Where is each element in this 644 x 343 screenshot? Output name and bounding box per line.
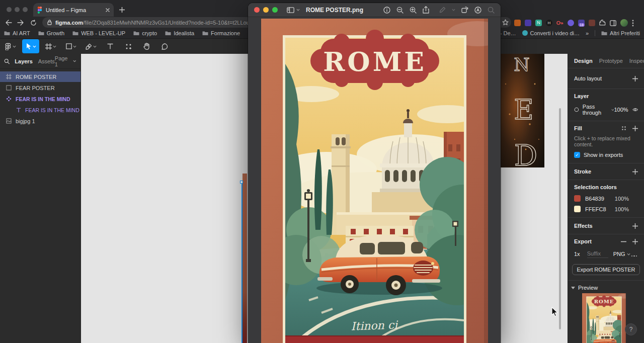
info-icon[interactable] <box>383 7 390 14</box>
bookmark-item[interactable]: AI ART <box>4 30 30 36</box>
color-swatch[interactable] <box>574 206 581 212</box>
window-minimize-button[interactable] <box>263 7 269 13</box>
extension-icon-orange[interactable] <box>514 20 521 26</box>
color-hex[interactable]: B64839 <box>585 196 604 202</box>
search-icon[interactable] <box>488 7 495 14</box>
bookmark-item-partial[interactable]: - De… <box>500 30 516 36</box>
export-format-select[interactable]: PNG <box>613 251 631 257</box>
profile-avatar[interactable] <box>620 19 628 27</box>
page-selector[interactable]: Page 1 <box>55 55 76 67</box>
layer-row-fear-text[interactable]: FEAR IS IN THE MIND <box>0 105 80 115</box>
selection-color-row[interactable]: B64839 100% <box>574 195 638 202</box>
layer-row-fear-poster[interactable]: FEAR POSTER <box>0 82 80 93</box>
tab-design[interactable]: Design <box>574 58 593 64</box>
preview-titlebar[interactable]: ROME POSTER.png <box>248 3 501 17</box>
text-tool[interactable] <box>103 39 118 53</box>
annotate-icon[interactable] <box>474 7 481 14</box>
reload-icon[interactable] <box>30 20 37 26</box>
fear-poster-frame[interactable]: N E D <box>500 54 544 167</box>
show-in-exports-checkbox[interactable]: ✓ <box>574 152 580 158</box>
extension-icon-maroon[interactable] <box>589 20 595 26</box>
hand-tool[interactable] <box>139 39 154 53</box>
add-auto-layout-icon[interactable] <box>632 76 638 81</box>
resources-tool[interactable] <box>121 39 136 53</box>
markup-pen-icon[interactable] <box>439 7 446 13</box>
blend-mode-icon[interactable] <box>574 107 579 113</box>
extensions-puzzle-icon[interactable] <box>599 20 606 26</box>
export-button[interactable]: Export ROME POSTER <box>572 264 640 275</box>
color-swatch[interactable] <box>574 195 581 202</box>
forward-icon[interactable] <box>17 20 24 26</box>
sidepanel-icon[interactable] <box>610 20 616 26</box>
export-scale[interactable]: 1x <box>574 251 580 257</box>
layer-opacity[interactable]: 100% <box>614 107 628 113</box>
sidebar-toggle-icon[interactable] <box>287 7 294 13</box>
bookmark-item[interactable]: Formazione <box>202 30 240 36</box>
bookmark-item-altri[interactable]: Altri Preferiti <box>601 30 640 36</box>
move-tool[interactable] <box>22 39 39 53</box>
extension-icon-h[interactable]: H <box>546 20 552 26</box>
add-stroke-icon[interactable] <box>632 169 638 175</box>
export-suffix-field[interactable]: Suffix <box>587 250 608 258</box>
selection-color-row[interactable]: FFEFC8 100% <box>574 206 638 212</box>
browser-tab[interactable]: Untitled – Figma <box>33 3 114 17</box>
preview-section-header[interactable]: Preview <box>571 285 641 291</box>
share-icon[interactable] <box>423 6 429 14</box>
canvas-scrollbar[interactable] <box>559 108 561 329</box>
extension-icon-purple[interactable] <box>525 20 531 26</box>
markup-chevron-icon[interactable] <box>452 9 455 11</box>
tab-assets[interactable]: Assets <box>38 58 55 64</box>
frame-tool[interactable] <box>42 39 59 53</box>
selection-handle[interactable] <box>240 181 243 184</box>
browser-minimize-button[interactable] <box>15 7 20 12</box>
layer-row-rome-poster[interactable]: ROME POSTER <box>0 71 80 82</box>
tab-prototype[interactable]: Prototype <box>599 58 623 64</box>
add-export-icon[interactable] <box>632 239 638 244</box>
bookmark-item[interactable]: Growth <box>38 30 64 36</box>
bookmarks-overflow-chevron[interactable]: » <box>586 30 589 36</box>
color-opacity[interactable]: 100% <box>615 196 629 202</box>
tab-close-icon[interactable] <box>106 8 110 12</box>
preview-window[interactable]: ROME POSTER.png <box>248 3 501 343</box>
main-menu-button[interactable] <box>3 39 18 53</box>
window-close-button[interactable] <box>254 7 260 13</box>
pen-tool[interactable] <box>83 39 100 53</box>
browser-close-button[interactable] <box>7 7 12 12</box>
blend-mode-value[interactable]: Pass through <box>583 104 609 116</box>
rome-poster-frame-edge[interactable] <box>243 174 247 343</box>
layer-row-fear-component[interactable]: FEAR IS IN THE MIND <box>0 94 80 104</box>
layer-row-bigjpg[interactable]: bigjpg 1 <box>0 116 80 126</box>
extension-icon-lavender[interactable] <box>568 20 574 26</box>
bookmark-star-icon[interactable] <box>502 19 509 26</box>
remove-export-icon[interactable] <box>621 239 626 244</box>
export-options-icon[interactable] <box>631 249 638 259</box>
extension-icon-badge[interactable]: 18 <box>578 20 585 26</box>
zoom-out-icon[interactable] <box>396 7 404 14</box>
bookmark-item-converti[interactable]: Converti i video di… <box>522 30 580 36</box>
visibility-eye-icon[interactable] <box>632 107 638 112</box>
tab-layers[interactable]: Layers <box>15 58 32 64</box>
browser-menu-icon[interactable] <box>632 20 634 27</box>
zoom-in-icon[interactable] <box>410 7 417 14</box>
mixed-fill-icon[interactable] <box>621 126 626 131</box>
extension-icon-notion[interactable]: N <box>535 20 542 26</box>
new-tab-icon[interactable] <box>119 7 125 13</box>
extension-icon-key[interactable] <box>556 20 564 26</box>
bookmark-item[interactable]: WEB - LEVEL-UP <box>72 30 125 36</box>
fill-hint: Click + to replace mixed content. <box>574 135 638 147</box>
color-opacity[interactable]: 100% <box>615 206 629 212</box>
tab-inspect[interactable]: Inspect <box>629 58 644 64</box>
bookmark-item[interactable]: Idealista <box>165 30 194 36</box>
color-hex[interactable]: FFEFC8 <box>585 206 606 212</box>
shape-tool[interactable] <box>62 39 79 53</box>
browser-zoom-button[interactable] <box>23 7 28 12</box>
search-icon[interactable] <box>4 58 10 64</box>
bookmark-item[interactable]: crypto <box>133 30 157 36</box>
back-icon[interactable] <box>5 20 12 26</box>
rotate-icon[interactable] <box>461 7 468 13</box>
add-effect-icon[interactable] <box>632 223 638 229</box>
add-fill-icon[interactable] <box>632 126 638 131</box>
window-zoom-button[interactable] <box>272 7 278 13</box>
comment-tool[interactable] <box>157 39 172 53</box>
help-button[interactable]: ? <box>625 323 637 335</box>
